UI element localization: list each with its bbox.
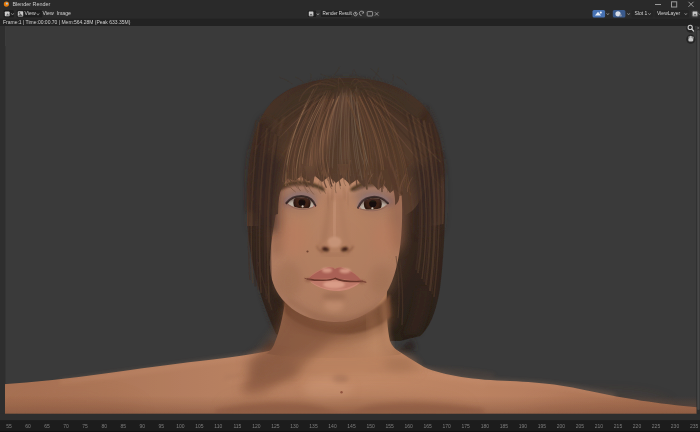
- svg-text:75: 75: [82, 423, 88, 429]
- svg-text:95: 95: [158, 423, 164, 429]
- svg-text:180: 180: [481, 423, 490, 429]
- svg-text:230: 230: [671, 423, 680, 429]
- svg-text:100: 100: [176, 423, 185, 429]
- svg-text:210: 210: [595, 423, 604, 429]
- svg-text:155: 155: [385, 423, 394, 429]
- svg-text:View: View: [43, 10, 54, 16]
- svg-text:60: 60: [25, 423, 31, 429]
- svg-text:125: 125: [271, 423, 280, 429]
- svg-text:200: 200: [557, 423, 566, 429]
- svg-text:View: View: [25, 10, 36, 16]
- svg-text:185: 185: [500, 423, 509, 429]
- svg-text:175: 175: [462, 423, 471, 429]
- svg-text:70: 70: [63, 423, 69, 429]
- svg-text:235: 235: [690, 423, 699, 429]
- svg-text:55: 55: [6, 423, 12, 429]
- svg-text:115: 115: [233, 423, 241, 429]
- svg-text:170: 170: [443, 423, 452, 429]
- svg-text:215: 215: [614, 423, 623, 429]
- svg-text:110: 110: [214, 423, 222, 429]
- svg-text:190: 190: [519, 423, 528, 429]
- svg-text:85: 85: [120, 423, 126, 429]
- svg-text:195: 195: [538, 423, 547, 429]
- svg-text:Image: Image: [57, 10, 72, 16]
- svg-text:Blender Render: Blender Render: [13, 1, 51, 7]
- svg-text:225: 225: [652, 423, 661, 429]
- svg-text:140: 140: [328, 423, 337, 429]
- svg-text:145: 145: [347, 423, 356, 429]
- svg-text:65: 65: [44, 423, 50, 429]
- svg-text:120: 120: [252, 423, 261, 429]
- svg-text:220: 220: [633, 423, 642, 429]
- svg-text:205: 205: [576, 423, 585, 429]
- svg-text:105: 105: [195, 423, 204, 429]
- svg-text:ViewLayer: ViewLayer: [657, 10, 681, 16]
- svg-text:135: 135: [309, 423, 318, 429]
- svg-text:Slot 1: Slot 1: [635, 10, 648, 16]
- svg-text:150: 150: [366, 423, 375, 429]
- svg-text:165: 165: [424, 423, 433, 429]
- svg-text:90: 90: [139, 423, 145, 429]
- svg-text:80: 80: [101, 423, 107, 429]
- svg-text:Render Result: Render Result: [323, 11, 353, 16]
- svg-text:Frame:1 | Time:00:00.70 | Mem:: Frame:1 | Time:00:00.70 | Mem:564.28M (P…: [3, 19, 131, 25]
- svg-text:160: 160: [404, 423, 413, 429]
- svg-text:130: 130: [290, 423, 299, 429]
